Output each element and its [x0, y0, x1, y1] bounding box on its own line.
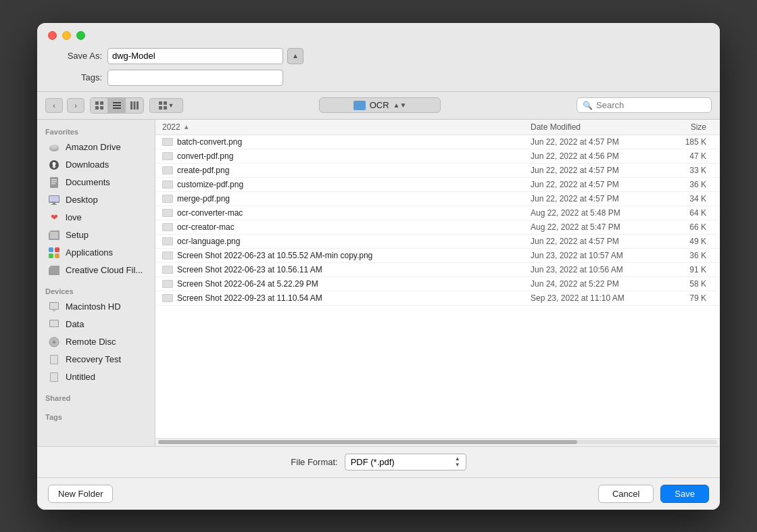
sidebar-item-untitled[interactable]: Untitled	[40, 368, 152, 386]
sidebar-item-desktop[interactable]: Desktop	[40, 191, 152, 209]
svg-rect-0	[95, 101, 99, 105]
svg-rect-24	[51, 181, 57, 183]
format-selector[interactable]: PDF (*.pdf) ▲ ▼	[345, 454, 466, 470]
tags-label: Tags:	[48, 72, 102, 82]
view-grid-button[interactable]: ▼	[149, 98, 183, 113]
svg-marker-36	[49, 266, 59, 275]
horizontal-scrollbar[interactable]	[155, 438, 720, 446]
file-icon	[162, 138, 173, 146]
svg-rect-59	[164, 295, 171, 301]
file-icon	[162, 223, 173, 231]
sidebar-item-setup[interactable]: Setup	[40, 226, 152, 244]
format-label: File Format:	[291, 457, 337, 467]
maximize-button[interactable]	[76, 31, 85, 40]
scrollbar-thumb[interactable]	[158, 440, 577, 444]
table-row[interactable]: batch-convert.png Jun 22, 2022 at 4:57 P…	[155, 135, 720, 149]
location-selector[interactable]: OCR ▲▼	[319, 97, 441, 113]
column-name-header[interactable]: 2022 ▲	[162, 122, 531, 132]
sidebar-item-data[interactable]: Data	[40, 316, 152, 333]
back-button[interactable]: ‹	[45, 98, 63, 113]
file-icon	[162, 251, 173, 260]
file-size: 33 K	[666, 166, 713, 175]
sidebar-item-recovery-test[interactable]: Recovery Test	[40, 351, 152, 368]
view-buttons	[90, 97, 144, 114]
sidebar-item-love[interactable]: ❤ love	[40, 209, 152, 226]
file-list-header: 2022 ▲ Date Modified Size	[155, 120, 720, 135]
view-list-button[interactable]	[108, 98, 126, 113]
table-row[interactable]: ocr-converter-mac Aug 22, 2022 at 5:48 P…	[155, 206, 720, 220]
table-row[interactable]: merge-pdf.png Jun 22, 2022 at 4:57 PM 34…	[155, 192, 720, 206]
sidebar-item-amazon-drive[interactable]: Amazon Drive	[40, 139, 152, 156]
shared-section-label: Shared	[37, 391, 155, 405]
sidebar-label-untitled: Untitled	[66, 372, 95, 382]
table-row[interactable]: Screen Shot 2022-06-24 at 5.22.29 PM Jun…	[155, 277, 720, 291]
sidebar-item-applications[interactable]: Applications	[40, 244, 152, 262]
svg-rect-10	[159, 101, 162, 105]
column-date-header[interactable]: Date Modified	[531, 122, 666, 132]
sidebar-item-macintosh-hd[interactable]: Macintosh HD	[40, 298, 152, 316]
heart-icon: ❤	[48, 212, 60, 224]
table-row[interactable]: Screen Shot 2022-06-23 at 10.56.11 AM Ju…	[155, 263, 720, 277]
table-row[interactable]: create-pdf.png Jun 22, 2022 at 4:57 PM 3…	[155, 164, 720, 178]
sidebar-item-remote-disc[interactable]: Remote Disc	[40, 333, 152, 351]
forward-button[interactable]: ›	[67, 98, 84, 113]
svg-rect-38	[50, 303, 58, 309]
file-icon	[162, 294, 173, 302]
table-row[interactable]: customize-pdf.png Jun 22, 2022 at 4:57 P…	[155, 178, 720, 192]
file-name: Screen Shot 2022-06-23 at 10.56.11 AM	[177, 265, 531, 274]
action-buttons-right: Cancel Save	[598, 485, 709, 503]
close-button[interactable]	[48, 31, 57, 40]
tags-input[interactable]	[107, 70, 283, 86]
file-size: 79 K	[666, 293, 713, 303]
sidebar-item-documents[interactable]: Documents	[40, 174, 152, 191]
sidebar-label-downloads: Downloads	[66, 160, 109, 170]
sidebar-label-documents: Documents	[66, 177, 110, 187]
desktop-icon	[48, 194, 60, 206]
sidebar-label-data: Data	[66, 319, 84, 329]
svg-point-39	[53, 310, 55, 311]
svg-rect-45	[51, 356, 57, 364]
creative-cloud-icon	[48, 264, 60, 276]
table-row[interactable]: convert-pdf.png Jun 22, 2022 at 4:56 PM …	[155, 149, 720, 164]
column-size-header[interactable]: Size	[666, 122, 713, 132]
minimize-button[interactable]	[62, 31, 71, 40]
save-button[interactable]: Save	[660, 485, 709, 503]
file-icon	[162, 195, 173, 203]
svg-rect-1	[100, 101, 103, 105]
download-icon	[48, 159, 60, 171]
svg-rect-31	[50, 232, 58, 239]
new-folder-button[interactable]: New Folder	[48, 485, 113, 503]
file-icon	[162, 209, 173, 217]
file-name: Screen Shot 2022-06-23 at 10.55.52 AM-mi…	[177, 251, 531, 260]
tags-section-label: Tags	[37, 410, 155, 424]
cancel-button[interactable]: Cancel	[598, 485, 654, 503]
sidebar-label-macintosh-hd: Macintosh HD	[66, 301, 121, 312]
location-bar: OCR ▲▼	[187, 97, 572, 113]
file-size: 66 K	[666, 222, 713, 232]
file-date: Jun 22, 2022 at 4:57 PM	[531, 237, 666, 246]
svg-rect-5	[113, 105, 121, 106]
table-row[interactable]: ocr-creator-mac Aug 22, 2022 at 5:47 PM …	[155, 220, 720, 235]
svg-rect-50	[164, 168, 171, 173]
favorites-section-label: Favorites	[37, 125, 155, 139]
documents-icon	[48, 176, 60, 189]
svg-rect-33	[55, 247, 59, 252]
macintosh-hd-icon	[48, 301, 60, 313]
search-input[interactable]	[596, 100, 706, 110]
save-as-input[interactable]	[107, 48, 283, 64]
view-column-button[interactable]	[126, 98, 143, 113]
expand-button[interactable]: ▲	[287, 48, 303, 64]
table-row[interactable]: ocr-language.png Jun 22, 2022 at 4:57 PM…	[155, 235, 720, 249]
table-row[interactable]: Screen Shot 2022-09-23 at 11.10.54 AM Se…	[155, 291, 720, 306]
format-bar: File Format: PDF (*.pdf) ▲ ▼	[37, 446, 720, 477]
sidebar-item-downloads[interactable]: Downloads	[40, 156, 152, 174]
file-name: ocr-creator-mac	[177, 222, 531, 232]
toolbar: ‹ › ▼ OCR ▲▼ 🔍	[37, 92, 720, 120]
sidebar-item-creative-cloud[interactable]: Creative Cloud Fil...	[40, 262, 152, 279]
svg-rect-9	[137, 101, 139, 110]
file-name: batch-convert.png	[177, 137, 531, 147]
file-name: ocr-language.png	[177, 237, 531, 246]
svg-rect-54	[164, 224, 171, 230]
view-icon-button[interactable]	[91, 98, 108, 113]
table-row[interactable]: Screen Shot 2022-06-23 at 10.55.52 AM-mi…	[155, 249, 720, 263]
